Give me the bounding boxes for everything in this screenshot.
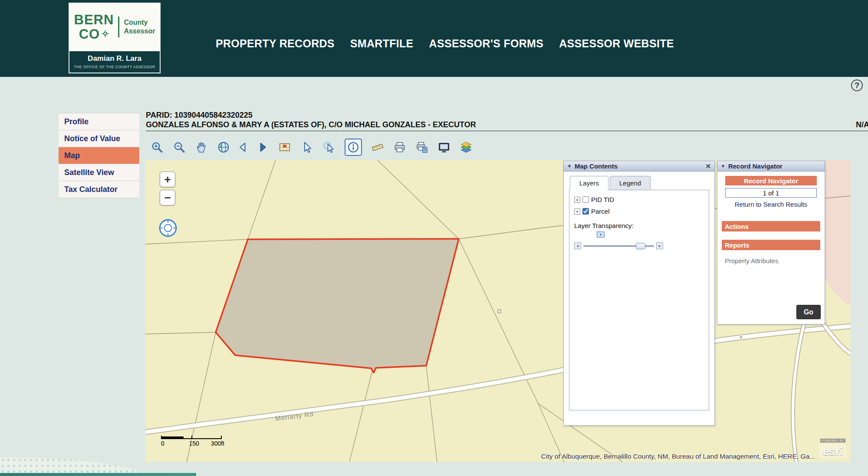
reports-section-bar[interactable]: Reports: [722, 240, 820, 250]
previous-extent-icon[interactable]: [236, 140, 250, 154]
map-viewport[interactable]: Moriarty Rd + − 0 150 300ft: [145, 160, 851, 462]
parcel-checkbox[interactable]: [582, 208, 589, 215]
transparency-slider: ◂ ▸: [574, 242, 663, 249]
sidebar-item-notice-of-value[interactable]: Notice of Value: [59, 130, 139, 147]
slider-left-button[interactable]: ◂: [574, 242, 581, 249]
locate-control[interactable]: [158, 218, 178, 238]
scale-middle: 150: [189, 440, 199, 447]
logo-co-text: CO: [79, 27, 100, 41]
nav-smartfile[interactable]: SMARTFILE: [350, 37, 414, 50]
main-nav: PROPERTY RECORDS SMARTFILE ASSESSOR'S FO…: [216, 37, 674, 50]
expand-icon[interactable]: +: [574, 208, 580, 215]
actions-section-bar[interactable]: Actions: [722, 221, 820, 231]
map-contents-title: Map Contents: [575, 162, 618, 170]
layer-row-parcel: + Parcel: [574, 208, 704, 215]
go-button[interactable]: Go: [796, 305, 821, 319]
select-arrow-icon[interactable]: [300, 140, 314, 154]
record-navigator-panel: ▼ Record Navigator Record Navigator Retu…: [717, 161, 825, 324]
scale-bar: 0 150 300ft: [161, 436, 222, 447]
map-attribution: City of Albuquerque, Bernalillo County, …: [541, 453, 815, 460]
record-navigator-body: Record Navigator Return to Search Result…: [717, 172, 825, 324]
slider-right-button[interactable]: ▸: [656, 242, 663, 249]
close-icon[interactable]: ✕: [705, 162, 711, 170]
scale-end: 300ft: [211, 440, 224, 447]
slider-thumb[interactable]: [636, 243, 645, 249]
print-map-icon[interactable]: [415, 140, 429, 154]
sidebar-item-profile[interactable]: Profile: [59, 113, 139, 130]
nav-property-records[interactable]: PROPERTY RECORDS: [216, 37, 335, 50]
zoom-in-tool-icon[interactable]: [150, 140, 164, 154]
map-marker-dot: [740, 336, 742, 338]
record-divider: [146, 131, 868, 131]
layer-label: Parcel: [591, 208, 610, 215]
zia-sun-icon: [102, 30, 109, 39]
transparency-dropdown[interactable]: ▾: [597, 231, 605, 238]
office-tagline: THE OFFICE OF THE COUNTY ASSESSOR: [69, 65, 160, 69]
site-header: BERN CO County Assessor Damian R. Lara: [0, 0, 868, 77]
globe-icon[interactable]: [217, 140, 230, 154]
record-position-input[interactable]: [725, 188, 817, 198]
esri-logo: POWERED BY esri: [819, 436, 846, 459]
logo-wordmark: BERN CO: [74, 13, 114, 41]
layer-label: PID TID: [591, 196, 614, 203]
next-extent-icon[interactable]: [256, 140, 270, 154]
right-value: N/A: [856, 120, 868, 129]
pid-tid-checkbox[interactable]: [582, 196, 589, 203]
pan-hand-icon[interactable]: [194, 140, 208, 154]
map-contents-tabs: Layers Legend: [570, 176, 709, 190]
county-logo: BERN CO County Assessor Damian R. Lara: [69, 3, 161, 73]
esri-brand: esri: [819, 444, 846, 459]
sidebar-item-satellite-view[interactable]: Satellite View: [59, 164, 139, 181]
map-contents-header[interactable]: ▼ Map Contents ✕: [563, 161, 715, 172]
overview-map-icon[interactable]: [278, 140, 292, 154]
collapse-icon[interactable]: ▼: [567, 164, 572, 169]
record-navigator-bar: Record Navigator: [725, 176, 817, 185]
layers-tab-panel: + PID TID + Parcel Layer Transparency: ▾…: [569, 190, 709, 410]
record-navigator-header[interactable]: ▼ Record Navigator: [717, 161, 825, 172]
layers-icon[interactable]: [459, 140, 473, 154]
parid-text: PARID: 103904405842320225: [146, 111, 253, 120]
nav-assessors-forms[interactable]: ASSESSOR'S FORMS: [429, 37, 544, 50]
logo-subtitle: County Assessor: [124, 18, 155, 36]
sidebar-item-map[interactable]: Map: [59, 147, 139, 164]
logo-bottom: Damian R. Lara THE OFFICE OF THE COUNTY …: [69, 51, 160, 69]
owner-text: GONZALES ALFONSO & MARY A (ESTATES OF), …: [146, 120, 476, 129]
tab-legend[interactable]: Legend: [610, 176, 651, 190]
collapse-icon[interactable]: ▼: [721, 164, 725, 169]
logo-assessor-text: Assessor: [124, 27, 155, 36]
footer-strip: [0, 473, 196, 476]
page: BERN CO County Assessor Damian R. Lara: [0, 0, 868, 476]
record-navigator-title: Record Navigator: [728, 162, 783, 170]
info-tool-active-box: [345, 139, 362, 156]
info-icon[interactable]: [346, 140, 360, 154]
identify-point-icon[interactable]: [322, 140, 336, 154]
sidebar-item-tax-calculator[interactable]: Tax Calculator: [59, 181, 139, 198]
tab-layers[interactable]: Layers: [570, 176, 608, 190]
esri-powered-by: POWERED BY: [820, 439, 845, 443]
measure-icon[interactable]: [371, 140, 385, 154]
logo-bern-text: BERN: [74, 13, 114, 26]
logo-top: BERN CO County Assessor: [69, 3, 160, 51]
transparency-label: Layer Transparency:: [574, 222, 704, 229]
help-icon[interactable]: ?: [851, 79, 863, 91]
zoom-out-tool-icon[interactable]: [172, 140, 186, 154]
full-extent-icon[interactable]: [437, 140, 451, 154]
zoom-in-button[interactable]: +: [160, 172, 175, 187]
sidebar: Profile Notice of Value Map Satellite Vi…: [59, 113, 139, 198]
zoom-controls: + −: [160, 172, 175, 208]
logo-divider: [118, 17, 119, 37]
scale-start: 0: [161, 440, 164, 447]
map-contents-body: Layers Legend + PID TID + Parcel Layer T…: [563, 172, 715, 426]
zoom-out-button[interactable]: −: [160, 190, 175, 205]
assessor-name: Damian R. Lara: [69, 54, 160, 63]
print-icon[interactable]: [393, 140, 407, 154]
expand-icon[interactable]: +: [574, 197, 580, 203]
property-attributes-link[interactable]: Property Attributes: [725, 257, 820, 264]
selected-parcel[interactable]: [216, 239, 459, 373]
return-to-search-link[interactable]: Return to Search Results: [722, 201, 820, 208]
logo-county-text: County: [124, 18, 155, 27]
map-toolbar: [150, 138, 473, 157]
slider-track[interactable]: [583, 245, 654, 247]
layer-row-pid-tid: + PID TID: [574, 196, 704, 203]
nav-assessor-website[interactable]: ASSESSOR WEBSITE: [559, 37, 674, 50]
